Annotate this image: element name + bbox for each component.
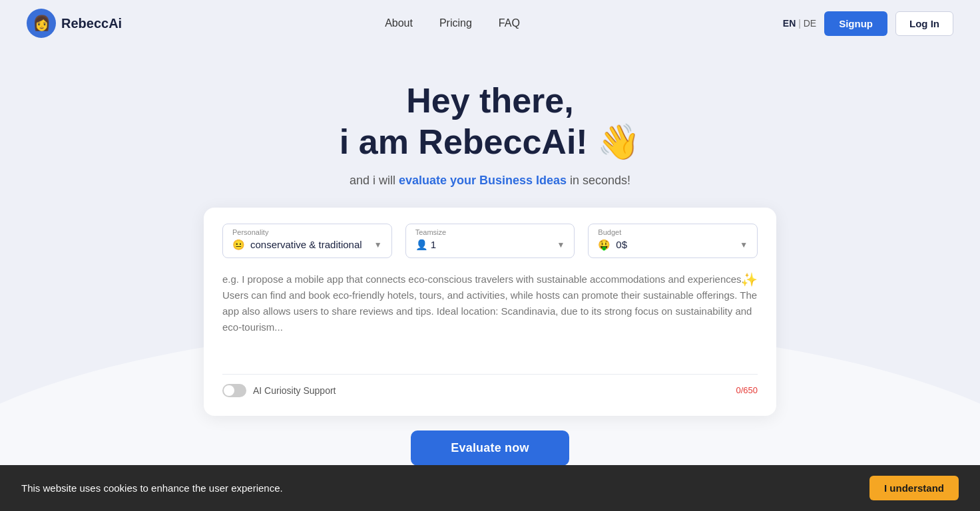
lang-switcher: EN | DE bbox=[783, 18, 816, 29]
personality-dropdown[interactable]: Personality 😐 conservative & traditional… bbox=[222, 224, 392, 258]
cookie-message: This website uses cookies to enhance the… bbox=[21, 482, 283, 494]
cookie-bar: This website uses cookies to enhance the… bbox=[0, 465, 980, 511]
bottom-controls: AI Curiosity Support 0/650 bbox=[222, 384, 758, 397]
ai-curiosity-toggle[interactable] bbox=[222, 384, 246, 397]
char-count: 0/650 bbox=[736, 385, 758, 395]
evaluate-button[interactable]: Evaluate now bbox=[411, 430, 569, 466]
toggle-group: AI Curiosity Support bbox=[222, 384, 336, 397]
teamsize-label: Teamsize bbox=[415, 228, 565, 236]
budget-select[interactable]: 🤑 0$ ▼ bbox=[598, 239, 748, 251]
brand-name: RebeccAi bbox=[61, 16, 122, 31]
nav-auth: EN | DE Signup Log In bbox=[783, 11, 953, 36]
lang-sep: | bbox=[798, 18, 801, 29]
lang-de[interactable]: DE bbox=[804, 18, 816, 29]
teamsize-select[interactable]: 👤 1 ▼ bbox=[415, 239, 565, 251]
personality-select[interactable]: 😐 conservative & traditional ▼ bbox=[232, 239, 382, 251]
personality-chevron-icon: ▼ bbox=[374, 240, 382, 250]
idea-input[interactable] bbox=[222, 271, 758, 365]
budget-dropdown[interactable]: Budget 🤑 0$ ▼ bbox=[588, 224, 758, 258]
budget-emoji: 🤑 bbox=[598, 239, 611, 251]
nav-about[interactable]: About bbox=[385, 17, 413, 29]
cookie-accept-button[interactable]: I understand bbox=[869, 476, 959, 500]
budget-value: 0$ bbox=[616, 239, 627, 250]
personality-emoji: 😐 bbox=[232, 239, 245, 251]
subtitle-prefix: and i will bbox=[350, 174, 399, 187]
hero-section: Hey there, i am RebeccAi! 👋 and i will e… bbox=[0, 47, 980, 188]
teamsize-chevron-icon: ▼ bbox=[557, 240, 565, 250]
hero-title-line1: Hey there, bbox=[13, 80, 967, 121]
budget-chevron-icon: ▼ bbox=[740, 240, 748, 250]
logo-icon: 👩 bbox=[27, 9, 56, 38]
nav-links: About Pricing FAQ bbox=[385, 17, 520, 29]
nav-pricing[interactable]: Pricing bbox=[439, 17, 472, 29]
brand-logo[interactable]: 👩 RebeccAi bbox=[27, 9, 122, 38]
personality-value: conservative & traditional bbox=[250, 239, 362, 250]
login-button[interactable]: Log In bbox=[895, 11, 953, 36]
budget-label: Budget bbox=[598, 228, 748, 236]
subtitle-highlight: evaluate your Business Ideas bbox=[399, 174, 567, 187]
main-card: Personality 😐 conservative & traditional… bbox=[204, 208, 776, 416]
hero-subtitle: and i will evaluate your Business Ideas … bbox=[13, 174, 967, 188]
teamsize-dropdown[interactable]: Teamsize 👤 1 ▼ bbox=[405, 224, 575, 258]
magic-wand-icon[interactable]: ✨ bbox=[741, 271, 758, 287]
hero-title-line2: i am RebeccAi! 👋 bbox=[13, 121, 967, 162]
toggle-label: AI Curiosity Support bbox=[253, 385, 336, 396]
subtitle-suffix: in seconds! bbox=[567, 174, 630, 187]
lang-en[interactable]: EN bbox=[783, 18, 796, 29]
teamsize-value: 👤 1 bbox=[415, 239, 437, 251]
personality-label: Personality bbox=[232, 228, 382, 236]
signup-button[interactable]: Signup bbox=[824, 11, 887, 36]
textarea-wrapper: ✨ bbox=[222, 271, 758, 375]
dropdowns-row: Personality 😐 conservative & traditional… bbox=[222, 224, 758, 258]
navbar: 👩 RebeccAi About Pricing FAQ EN | DE Sig… bbox=[0, 0, 980, 47]
nav-faq[interactable]: FAQ bbox=[499, 17, 520, 29]
